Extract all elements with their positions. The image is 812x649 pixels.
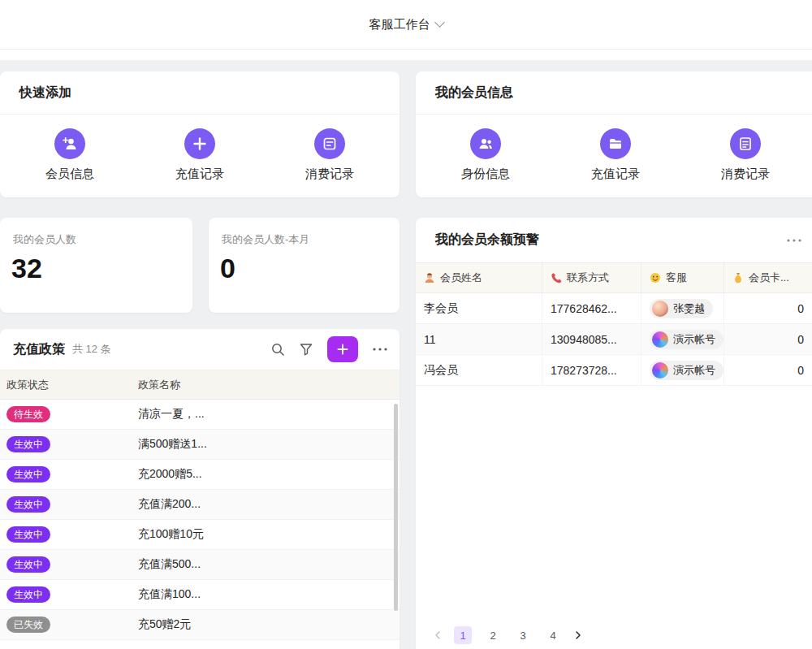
member-info-actions: 身份信息 充值记录 消费记录 — [416, 115, 812, 196]
quick-add-consume-button[interactable]: 消费记录 — [305, 128, 354, 182]
consume-record-button[interactable]: 消费记录 — [721, 128, 770, 182]
add-record-button[interactable] — [327, 336, 358, 362]
column-header-agent: 客服 — [641, 263, 724, 292]
table-row[interactable]: 生效中 满500赠送1... — [0, 430, 400, 460]
member-name: 11 — [416, 324, 542, 354]
stat-card-member-count: 我的会员人数 32 — [0, 218, 192, 313]
prev-page-icon[interactable] — [434, 630, 442, 640]
table-row[interactable]: 生效中 充值满200... — [0, 490, 400, 520]
more-icon[interactable] — [786, 238, 802, 243]
folder-icon — [600, 128, 631, 159]
quick-add-recharge-label: 充值记录 — [175, 167, 224, 182]
policy-table-header: 政策状态 政策名称 — [0, 370, 400, 400]
quick-add-recharge-button[interactable]: 充值记录 — [175, 128, 224, 182]
table-row[interactable]: 李会员 177628462... 张雯越 0 — [416, 293, 812, 324]
agent-tag[interactable]: 演示帐号 — [650, 330, 723, 349]
quick-add-card: 快速添加 会员信息 充值记录 消费记录 — [0, 71, 400, 197]
balance-alert-card: 我的会员余额预警 会员姓名 联系方式 客服 会员卡... — [416, 218, 812, 649]
page-button-1[interactable]: 1 — [454, 626, 472, 644]
page-button-4[interactable]: 4 — [544, 626, 562, 644]
recharge-record-label: 充值记录 — [591, 167, 640, 182]
record-count: 共 12 条 — [72, 342, 111, 357]
agent-name: 张雯越 — [673, 301, 705, 316]
quick-add-member-label: 会员信息 — [45, 167, 94, 182]
search-icon[interactable] — [270, 342, 285, 357]
plus-icon — [184, 128, 215, 159]
status-badge: 生效中 — [6, 496, 50, 513]
member-contact: 177628462... — [542, 293, 641, 323]
column-header-status: 政策状态 — [0, 378, 132, 392]
table-row[interactable]: 待生效 清凉一夏，... — [0, 400, 400, 430]
alert-table-header: 会员姓名 联系方式 客服 会员卡... — [416, 262, 812, 293]
recharge-record-button[interactable]: 充值记录 — [591, 128, 640, 182]
member-name: 李会员 — [416, 293, 542, 323]
status-badge: 生效中 — [6, 436, 50, 452]
table-row[interactable]: 生效中 充值满500... — [0, 550, 400, 580]
page-button-2[interactable]: 2 — [484, 626, 502, 644]
status-badge: 待生效 — [6, 406, 50, 422]
policy-name: 充100赠10元 — [132, 527, 400, 542]
stat-card-member-count-month: 我的会员人数-本月 0 — [209, 218, 400, 313]
agent-tag[interactable]: 张雯越 — [650, 299, 713, 318]
moneybag-icon — [732, 272, 744, 283]
table-row[interactable]: 11 130948085... 演示帐号 0 — [416, 324, 812, 355]
member-info-title: 我的会员信息 — [435, 84, 513, 102]
policy-name: 充50赠2元 — [132, 617, 400, 632]
scrollbar-thumb[interactable] — [394, 404, 398, 611]
card-balance: 0 — [724, 324, 812, 354]
balance-alert-header: 我的会员余额预警 — [416, 218, 812, 262]
identity-info-label: 身份信息 — [461, 167, 510, 182]
recharge-policy-card: 充值政策 共 12 条 政策状态 政策名称 — [0, 329, 400, 649]
person-icon — [424, 272, 435, 283]
more-icon[interactable] — [372, 347, 388, 352]
policy-name: 充值满100... — [132, 587, 400, 602]
pagination: 1 2 3 4 — [434, 626, 582, 644]
column-header-contact: 联系方式 — [542, 263, 641, 292]
identity-info-button[interactable]: 身份信息 — [461, 128, 510, 182]
avatar — [652, 362, 668, 379]
page-button-3[interactable]: 3 — [514, 626, 532, 644]
recharge-policy-header: 充值政策 共 12 条 — [0, 329, 400, 370]
member-name: 冯会员 — [416, 355, 542, 385]
card-balance: 0 — [724, 293, 812, 323]
next-page-icon[interactable] — [574, 630, 582, 640]
column-header-member-name: 会员姓名 — [416, 263, 542, 292]
table-row[interactable]: 生效中 充100赠10元 — [0, 520, 400, 550]
quick-add-member-button[interactable]: 会员信息 — [45, 128, 94, 182]
balance-alert-title: 我的会员余额预警 — [435, 231, 539, 249]
status-badge: 生效中 — [6, 526, 50, 543]
quick-add-consume-label: 消费记录 — [305, 167, 354, 182]
phone-icon — [551, 272, 562, 283]
stat-value: 0 — [209, 247, 400, 284]
quick-add-title: 快速添加 — [19, 84, 71, 102]
policy-name: 满500赠送1... — [132, 437, 400, 452]
table-row[interactable]: 冯会员 178273728... 演示帐号 0 — [416, 355, 812, 386]
quick-add-header: 快速添加 — [0, 71, 400, 115]
alert-table-body: 李会员 177628462... 张雯越 0 11 130948085... 演… — [416, 293, 812, 386]
column-header-card-balance: 会员卡... — [724, 263, 812, 292]
workspace-title[interactable]: 客服工作台 — [369, 17, 430, 32]
status-badge: 生效中 — [6, 466, 50, 482]
policy-name: 充值满200... — [132, 497, 400, 512]
agent-cell: 张雯越 — [641, 293, 724, 323]
filter-icon[interactable] — [299, 342, 313, 357]
status-badge: 已失效 — [6, 617, 50, 633]
people-icon — [470, 128, 501, 159]
table-row[interactable]: 已失效 充50赠2元 — [0, 610, 400, 640]
document-icon — [730, 128, 761, 159]
policy-table-body: 待生效 清凉一夏，... 生效中 满500赠送1... 生效中 充2000赠5.… — [0, 400, 400, 640]
avatar — [652, 331, 668, 348]
policy-toolbar — [270, 336, 388, 362]
table-row[interactable]: 生效中 充值满100... — [0, 580, 400, 610]
agent-name: 演示帐号 — [673, 363, 715, 378]
status-badge: 生效中 — [6, 586, 50, 603]
policy-name: 充值满500... — [132, 557, 400, 572]
table-row[interactable]: 生效中 充2000赠5... — [0, 460, 400, 490]
member-add-icon — [54, 128, 85, 159]
chevron-down-icon[interactable] — [434, 17, 445, 28]
top-bar: 客服工作台 — [0, 0, 812, 50]
agent-tag[interactable]: 演示帐号 — [650, 361, 723, 380]
quick-add-actions: 会员信息 充值记录 消费记录 — [0, 115, 400, 196]
member-info-header: 我的会员信息 — [416, 71, 812, 115]
policy-name: 充2000赠5... — [132, 467, 400, 482]
